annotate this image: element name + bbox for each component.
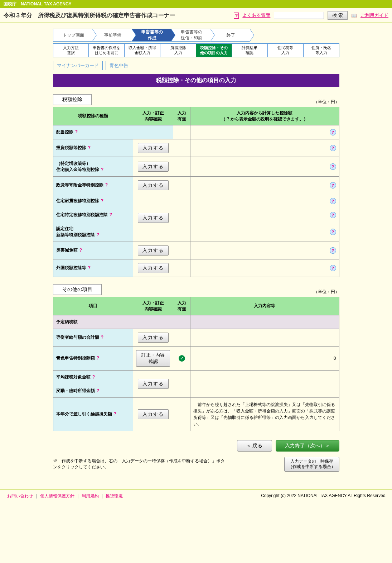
row-family-employee: 専従者給与額の合計額 ? 入力する bbox=[53, 329, 339, 346]
input-button[interactable]: 入力する bbox=[138, 263, 169, 273]
save-note: ※ 作成を中断する場合は、右の「入力データの一時保存（作成を中断する場合）」ボタ… bbox=[53, 458, 225, 470]
help-icon: ? bbox=[234, 13, 239, 19]
guide-link[interactable]: ご利用ガイド bbox=[360, 12, 388, 19]
info-icon[interactable]: ? bbox=[330, 212, 336, 218]
footer-terms[interactable]: 利用規約 bbox=[82, 493, 99, 498]
row-investment: 投資税額等控除 ? 入力する ? bbox=[53, 139, 339, 157]
subnav-6[interactable]: 住民税等 入力 bbox=[268, 44, 303, 57]
row-certified-housing: 認定住宅 新築等特別税額控除 ? ? bbox=[53, 222, 339, 242]
page-header: 令和３年分 所得税及び復興特別所得税の確定申告書作成コーナー ? よくある質問 … bbox=[0, 8, 392, 23]
th-amount: 入力内容から計算した控除額 （ ? から表示金額の説明を確認できます。） bbox=[190, 107, 339, 125]
section-title: 税額控除・その他の項目の入力 bbox=[53, 74, 339, 87]
row-housing-specific: 住宅特定改修特別税額控除 ? ? bbox=[53, 208, 339, 222]
subnav-3[interactable]: 所得控除 入力 bbox=[160, 44, 196, 57]
sub-nav: 入力方法 選択 申告書の作成をはじめる前に 収入金額・所得金額入力 所得控除 入… bbox=[53, 43, 339, 57]
book-icon: 📖 bbox=[351, 13, 357, 18]
info-icon[interactable]: ? bbox=[330, 163, 336, 170]
input-button[interactable]: 入力する bbox=[138, 213, 169, 223]
faq-link[interactable]: よくある質問 bbox=[242, 12, 270, 19]
section2-heading: その他の項目 bbox=[53, 284, 102, 295]
search-button[interactable]: 検 索 bbox=[328, 11, 348, 20]
th-input: 入力・訂正 内容確認 bbox=[133, 107, 173, 125]
help-icon[interactable]: ? bbox=[101, 335, 103, 340]
input-button[interactable]: 入力する bbox=[138, 143, 169, 153]
tag-blue: 青色申告 bbox=[106, 61, 132, 70]
th-content: 入力内容等 bbox=[190, 297, 339, 315]
footer-contact[interactable]: お問い合わせ bbox=[7, 493, 33, 498]
row-housing-loan: （特定増改築等） 住宅借入金等特別控除 ? 入力する ? bbox=[53, 157, 339, 176]
row-earthquake: 住宅耐震改修特別控除 ? 入力する ? bbox=[53, 194, 339, 208]
row-estimated-tax: 予定納税額 bbox=[53, 315, 339, 329]
th-item: 項目 bbox=[53, 297, 133, 315]
info-icon[interactable]: ? bbox=[330, 182, 336, 189]
subnav-0[interactable]: 入力方法 選択 bbox=[53, 44, 89, 57]
nav-prep[interactable]: 事前準備 bbox=[92, 29, 132, 42]
help-icon[interactable]: ? bbox=[97, 388, 99, 393]
help-icon[interactable]: ? bbox=[79, 248, 82, 253]
row-foreign-tax: 外国税額控除等 ? 入力する ? bbox=[53, 259, 339, 277]
input-button[interactable]: 入力する bbox=[138, 180, 169, 190]
row-dividend: 配当控除 ? ? bbox=[53, 125, 339, 139]
subnav-4[interactable]: 税額控除・その他の項目の入力 bbox=[196, 44, 232, 57]
section2-unit: （単位：円） bbox=[314, 289, 339, 295]
help-icon[interactable]: ? bbox=[97, 232, 99, 237]
help-icon[interactable]: ? bbox=[75, 129, 78, 134]
page-title: 令和３年分 所得税及び復興特別所得税の確定申告書作成コーナー bbox=[4, 12, 175, 19]
info-icon[interactable]: ? bbox=[330, 247, 336, 254]
check-icon: ✓ bbox=[179, 355, 185, 362]
row-disaster: 災害減免額 ? 入力する ? bbox=[53, 242, 339, 259]
input-button[interactable]: 入力する bbox=[138, 379, 169, 389]
th-input2: 入力・訂正 内容確認 bbox=[133, 297, 173, 315]
help-icon[interactable]: ? bbox=[88, 265, 91, 270]
row-political: 政党等寄附金等特別控除 ? 入力する ? bbox=[53, 176, 339, 194]
main-nav: トップ画面 事前準備 申告書等の 作成 申告書等の 送信・印刷 終了 bbox=[53, 29, 339, 42]
back-button[interactable]: ＜ 戻る bbox=[237, 440, 272, 452]
nav-send[interactable]: 申告書等の 送信・印刷 bbox=[171, 29, 210, 42]
footer: お問い合わせ | 個人情報保護方針 | 利用規約 | 推奨環境 Copyrigh… bbox=[0, 490, 392, 502]
search-input[interactable] bbox=[274, 12, 324, 19]
subnav-2[interactable]: 収入金額・所得金額入力 bbox=[125, 44, 160, 57]
subnav-5[interactable]: 計算結果 確認 bbox=[232, 44, 267, 57]
input-button[interactable]: 入力する bbox=[138, 245, 169, 256]
subnav-1[interactable]: 申告書の作成をはじめる前に bbox=[89, 44, 124, 57]
input-button[interactable]: 入力する bbox=[138, 162, 169, 172]
info-icon[interactable]: ? bbox=[330, 145, 336, 151]
input-button[interactable]: 入力する bbox=[138, 409, 169, 419]
row-blue-deduction: 青色申告特別控除額 ? 訂正・内容確認 ✓ 0 bbox=[53, 346, 339, 370]
agency-bar: 国税庁 NATIONAL TAX AGENCY bbox=[0, 0, 392, 8]
info-icon[interactable]: ? bbox=[330, 129, 336, 135]
info-icon[interactable]: ? bbox=[330, 265, 336, 271]
help-icon[interactable]: ? bbox=[88, 145, 91, 150]
info-icon[interactable]: ? bbox=[330, 229, 336, 235]
info-icon[interactable]: ? bbox=[330, 198, 336, 204]
footer-privacy[interactable]: 個人情報保護方針 bbox=[40, 493, 74, 498]
row-variable-income: 変動・臨時所得金額 ? bbox=[53, 384, 339, 397]
th-type: 税額控除の種類 bbox=[53, 107, 133, 125]
row-average-tax: 平均課税対象金額 ? 入力する bbox=[53, 370, 339, 384]
section1-unit: （単位：円） bbox=[314, 99, 339, 105]
edit-button[interactable]: 訂正・内容確認 bbox=[136, 350, 170, 367]
copyright: Copyright (c) 2022 NATIONAL TAX AGENCY A… bbox=[261, 493, 387, 499]
help-icon[interactable]: ? bbox=[97, 356, 99, 361]
th-status2: 入力 有無 bbox=[173, 297, 190, 315]
help-icon[interactable]: ? bbox=[110, 212, 112, 217]
nav-create[interactable]: 申告書等の 作成 bbox=[132, 29, 171, 42]
help-icon[interactable]: ? bbox=[92, 374, 95, 380]
help-icon[interactable]: ? bbox=[101, 198, 103, 203]
section1-heading: 税額控除 bbox=[53, 94, 92, 105]
footer-env[interactable]: 推奨環境 bbox=[106, 493, 123, 498]
other-table: 項目 入力・訂正 内容確認 入力 有無 入力内容等 予定納税額 専従者給与額の合… bbox=[53, 297, 339, 431]
nav-top[interactable]: トップ画面 bbox=[53, 29, 92, 42]
deduction-table: 税額控除の種類 入力・訂正 内容確認 入力 有無 入力内容から計算した控除額 （… bbox=[53, 107, 339, 277]
help-icon[interactable]: ? bbox=[105, 182, 108, 187]
th-status: 入力 有無 bbox=[173, 107, 190, 125]
tag-mynumber: マイナンバーカード bbox=[53, 61, 103, 70]
help-icon[interactable]: ? bbox=[114, 411, 116, 416]
save-button[interactable]: 入力データの一時保存 （作成を中断する場合） bbox=[284, 457, 339, 472]
nav-end[interactable]: 終了 bbox=[210, 29, 250, 42]
input-button[interactable]: 入力する bbox=[138, 333, 169, 343]
subnav-7[interactable]: 住所・氏名 等入力 bbox=[304, 44, 339, 57]
help-icon[interactable]: ? bbox=[101, 167, 103, 172]
row-carryover-loss: 本年分で差し引く繰越損失額 ? 入力する 前年から繰り越された「上場株式等の譲渡… bbox=[53, 397, 339, 431]
next-button[interactable]: 入力終了（次へ）＞ bbox=[276, 440, 339, 452]
